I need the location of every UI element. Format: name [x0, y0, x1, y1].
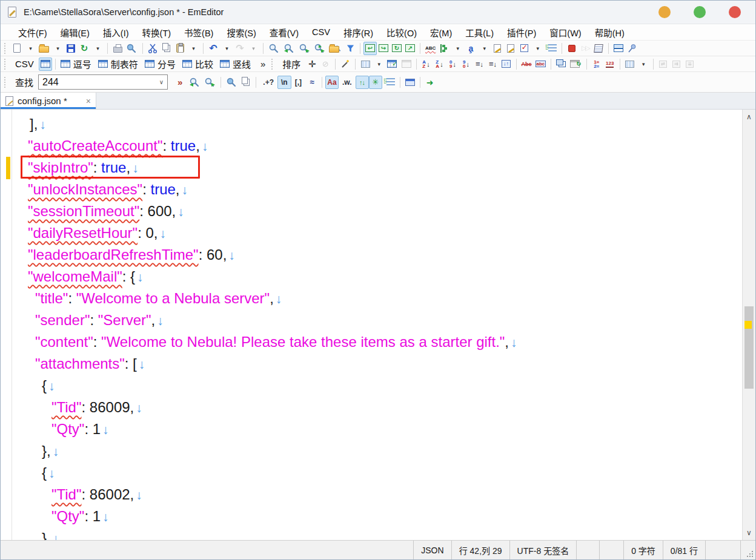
- tab-close-icon[interactable]: ×: [86, 96, 91, 106]
- status-char-count[interactable]: 0 字符: [623, 541, 663, 559]
- search-direction-toggle[interactable]: ↑↓: [356, 76, 369, 89]
- join-csv-button[interactable]: [554, 58, 568, 71]
- pin-button[interactable]: [625, 42, 638, 55]
- undo-dropdown[interactable]: ▾: [220, 42, 233, 55]
- csv-comma-button[interactable]: 逗号: [59, 58, 96, 71]
- paste-dropdown[interactable]: ▾: [187, 42, 200, 55]
- char-count-button[interactable]: 123: [603, 58, 617, 71]
- menu-item-1[interactable]: 编辑(E): [54, 25, 96, 40]
- open-button[interactable]: [37, 42, 51, 55]
- menu-item-6[interactable]: 查看(V): [263, 25, 305, 40]
- encoding-dropdown[interactable]: ▾: [477, 42, 491, 55]
- undo-button[interactable]: ↶: [207, 42, 220, 55]
- new-file-button[interactable]: [10, 42, 24, 55]
- go-button[interactable]: ➜: [423, 76, 437, 89]
- menu-item-7[interactable]: CSV: [305, 26, 337, 38]
- menu-item-0[interactable]: 文件(F): [12, 25, 54, 40]
- validate-all-button[interactable]: [504, 42, 517, 55]
- menu-item-12[interactable]: 插件(P): [500, 25, 543, 40]
- menu-item-5[interactable]: 搜索(S): [220, 25, 262, 40]
- sort-reverse-button[interactable]: ↓↑: [500, 58, 513, 71]
- fuzzy-toggle[interactable]: ≈: [305, 76, 319, 89]
- menu-item-11[interactable]: 工具(L): [459, 25, 500, 40]
- scrollbar-thumb[interactable]: [744, 306, 754, 389]
- sort-options-button[interactable]: [339, 58, 352, 71]
- outline-dropdown[interactable]: ▾: [451, 42, 464, 55]
- find-input[interactable]: 244 ∨: [38, 74, 168, 90]
- wrap-none-button[interactable]: ↻: [390, 42, 403, 55]
- open-dropdown[interactable]: ▾: [51, 42, 64, 55]
- escape-seq-toggle[interactable]: \n: [277, 76, 291, 89]
- pivot-right-button[interactable]: ⇉: [670, 58, 683, 71]
- screen-button[interactable]: [403, 76, 417, 89]
- wrap-by-char-button[interactable]: ↪: [377, 42, 390, 55]
- pivot-down-button[interactable]: ⇊: [683, 58, 697, 71]
- highlight-toggle[interactable]: ✳: [369, 76, 382, 89]
- column-widget-dropdown[interactable]: ▾: [637, 58, 650, 71]
- match-case-toggle[interactable]: Aa: [325, 76, 339, 89]
- resize-grip[interactable]: [740, 541, 755, 559]
- extract-all-button[interactable]: [239, 76, 253, 89]
- new-file-dropdown[interactable]: ▾: [24, 42, 37, 55]
- table-view-button[interactable]: [400, 58, 413, 71]
- filter-button[interactable]: [343, 42, 357, 55]
- editor-area[interactable]: ],↓"autoCreateAccount": true,↓"skipIntro…: [1, 110, 755, 540]
- date-column-button[interactable]: ✓: [385, 58, 399, 71]
- refresh-table-button[interactable]: ↻: [568, 58, 583, 71]
- regex-toggle[interactable]: .+?: [259, 76, 277, 89]
- sort-add-button[interactable]: ✛: [305, 58, 319, 71]
- find-next-button[interactable]: [202, 76, 217, 89]
- number-range-toggle[interactable]: [,]: [291, 76, 305, 89]
- paste-button[interactable]: [173, 42, 187, 55]
- status-language[interactable]: JSON: [413, 541, 451, 559]
- csv-mode-button[interactable]: [39, 58, 52, 71]
- menu-item-10[interactable]: 宏(M): [423, 25, 459, 40]
- close-button[interactable]: [729, 6, 741, 18]
- sort-90-button[interactable]: 90↓: [460, 58, 473, 71]
- zoom-button[interactable]: [267, 42, 282, 55]
- csv-compare-button[interactable]: 比较: [181, 58, 218, 71]
- redo-dropdown[interactable]: ▾: [247, 42, 260, 55]
- status-encoding[interactable]: UTF-8 无签名: [509, 541, 577, 559]
- menu-item-4[interactable]: 书签(B): [177, 25, 220, 40]
- columns-dropdown[interactable]: ▾: [372, 58, 385, 71]
- whole-word-toggle[interactable]: .w.: [339, 76, 356, 89]
- status-line-col[interactable]: 行 42,列 29: [451, 541, 509, 559]
- find-previous-button[interactable]: [282, 42, 297, 55]
- menu-item-8[interactable]: 排序(R): [337, 25, 380, 40]
- wrap-smart-button[interactable]: ↗: [403, 42, 417, 55]
- csv-pipe-button[interactable]: 竖线: [218, 58, 256, 71]
- print-preview-button[interactable]: [124, 42, 139, 55]
- menu-item-13[interactable]: 窗口(W): [543, 25, 588, 40]
- csv-tab-button[interactable]: 制表符: [96, 58, 143, 71]
- menu-item-14[interactable]: 帮助(H): [588, 25, 631, 40]
- vertical-scrollbar[interactable]: ∧ ∨: [742, 110, 755, 540]
- spellcheck-button[interactable]: ABC: [423, 42, 437, 55]
- encoding-button[interactable]: a̧: [464, 42, 477, 55]
- unpivot-button[interactable]: ⇄: [657, 58, 670, 71]
- copy-button[interactable]: [160, 42, 173, 55]
- marker-list-button[interactable]: [544, 42, 559, 55]
- checkbox-dropdown[interactable]: ▾: [531, 42, 544, 55]
- status-line-count[interactable]: 0/81 行: [663, 541, 705, 559]
- columns-button[interactable]: [359, 58, 372, 71]
- wrap-by-window-button[interactable]: ↩: [363, 42, 377, 55]
- maximize-button[interactable]: [694, 6, 706, 18]
- find-next-button[interactable]: [297, 42, 312, 55]
- sort-lines-desc-button[interactable]: ≡↓: [486, 58, 500, 71]
- sort-lines-asc-button[interactable]: ≡↓: [473, 58, 486, 71]
- replace-button[interactable]: [312, 42, 327, 55]
- menu-item-9[interactable]: 比较(O): [380, 25, 423, 40]
- delete-duplicates-button[interactable]: Abc: [520, 58, 534, 71]
- menu-item-3[interactable]: 转换(T): [136, 25, 178, 40]
- redo-button[interactable]: ↷: [233, 42, 247, 55]
- menu-item-2[interactable]: 插入(I): [96, 25, 136, 40]
- macro-library-button[interactable]: [592, 42, 605, 55]
- sort-az-button[interactable]: AZ↓: [420, 58, 433, 71]
- sort-clear-button[interactable]: ⊘: [319, 58, 332, 71]
- marker-list-button[interactable]: [382, 76, 397, 89]
- split-window-button[interactable]: [612, 42, 625, 55]
- combine-lines-button[interactable]: abc: [534, 58, 548, 71]
- csv-semicolon-button[interactable]: 分号: [143, 58, 181, 71]
- find-previous-button[interactable]: [187, 76, 202, 89]
